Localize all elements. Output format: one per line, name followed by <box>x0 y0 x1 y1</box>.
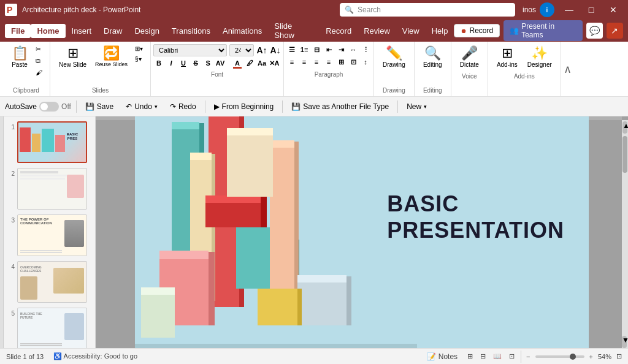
zoom-thumb[interactable] <box>570 354 576 360</box>
bold-button[interactable]: B <box>153 58 164 69</box>
col-button[interactable]: ⊟ <box>311 44 322 55</box>
scrollbar-up-button[interactable]: ▲ <box>622 121 627 134</box>
line-spacing-button[interactable]: ↕ <box>360 56 371 67</box>
architecture-illustration <box>135 116 417 348</box>
slide-view-reading-button[interactable]: 📖 <box>492 351 503 362</box>
dictate-button[interactable]: 🎤 Dictate <box>456 44 483 70</box>
svg-rect-9 <box>190 153 212 160</box>
new-button[interactable]: New ▾ <box>403 100 431 113</box>
new-slide-button[interactable]: ⊞ New Slide <box>55 44 90 70</box>
align-center-button[interactable]: ≡ <box>299 56 310 67</box>
convert-smartart-button[interactable]: ⋮ <box>360 44 371 55</box>
format-painter-button[interactable]: 🖌 <box>33 67 45 77</box>
slide-thumb-5[interactable]: 5 BUILDING THEFUTURE <box>6 308 93 348</box>
slide-view-presenter-button[interactable]: ⊡ <box>508 351 516 362</box>
notes-button[interactable]: 📝 Notes <box>423 351 461 363</box>
decrease-font-button[interactable]: A↓ <box>270 45 281 56</box>
increase-font-button[interactable]: A↑ <box>256 45 267 56</box>
reuse-slides-button[interactable]: 🔁 Reuse Slides <box>91 44 131 70</box>
char-spacing-button[interactable]: AV <box>215 58 226 69</box>
vertical-scrollbar[interactable]: ▲ ▼ <box>622 120 628 348</box>
justify-button[interactable]: ≡ <box>323 56 334 67</box>
menu-record[interactable]: Record <box>320 24 358 38</box>
main-slide-canvas[interactable]: BASIC PRESENTATION <box>135 116 589 348</box>
align-text-button[interactable]: ⊡ <box>348 56 359 67</box>
copy-icon: ⧉ <box>36 57 40 65</box>
svg-rect-33 <box>135 344 417 348</box>
cut-button[interactable]: ✂ <box>33 44 45 55</box>
menu-slideshow[interactable]: Slide Show <box>268 19 320 42</box>
menu-design[interactable]: Design <box>128 24 165 38</box>
text-direction-button[interactable]: ↔ <box>348 44 359 55</box>
drawing-button[interactable]: ✏️ Drawing <box>379 44 409 70</box>
zoom-in-icon[interactable]: + <box>589 353 593 360</box>
slide-thumb-2[interactable]: 2 <box>6 168 93 210</box>
comment-button[interactable]: 💬 <box>586 23 603 39</box>
strikethrough-button[interactable]: S <box>190 58 201 69</box>
paste-button[interactable]: 📋 Paste <box>7 44 32 70</box>
search-icon: 🔍 <box>345 6 354 14</box>
menu-insert[interactable]: Insert <box>66 24 98 38</box>
redo-button[interactable]: ↷ Redo <box>166 100 200 113</box>
slide-view-grid-button[interactable]: ⊟ <box>479 351 487 362</box>
scrollbar-down-button[interactable]: ▼ <box>622 336 627 348</box>
menu-animations[interactable]: Animations <box>216 24 268 38</box>
scrollbar-thumb[interactable] <box>622 136 627 173</box>
slide-thumb-1[interactable]: 1 BASIC PRES <box>6 121 93 163</box>
editing-button[interactable]: 🔍 Editing <box>419 44 446 70</box>
search-box[interactable]: 🔍 Search <box>340 3 515 17</box>
save-as-button[interactable]: 💾 Save as Another File Type <box>288 100 392 113</box>
italic-button[interactable]: I <box>166 58 177 69</box>
record-button[interactable]: ⏺ Record <box>454 24 500 37</box>
user-avatar[interactable]: i <box>540 2 554 17</box>
save-button[interactable]: 💾 Save <box>82 100 117 113</box>
font-size-select[interactable]: 24 <box>229 44 254 56</box>
close-button[interactable]: ✕ <box>603 4 623 16</box>
autosave-control: AutoSave Off <box>5 102 71 112</box>
slide-thumb-4[interactable]: 4 OVERCOMINGCHALLENGES <box>6 261 93 303</box>
col-spacing-button[interactable]: ⊞ <box>335 56 347 67</box>
menu-draw[interactable]: Draw <box>98 24 128 38</box>
font-name-select[interactable]: Calibri <box>153 44 227 56</box>
autosave-toggle[interactable] <box>39 102 59 112</box>
minimize-button[interactable]: — <box>559 4 579 16</box>
slide-thumb-3[interactable]: 3 THE POWER OFCOMMUNICATION <box>6 214 93 256</box>
fit-slide-button[interactable]: ⊡ <box>616 352 622 360</box>
ribbon-collapse-button[interactable]: ∧ <box>561 61 574 77</box>
menu-help[interactable]: Help <box>426 24 454 38</box>
numbering-button[interactable]: 1≡ <box>299 44 310 55</box>
slide-layout-button[interactable]: ⊞▾ <box>132 44 145 53</box>
highlight-color-button[interactable]: 🖊 <box>244 58 255 69</box>
clear-format-button[interactable]: ✕A <box>269 58 280 69</box>
font-case-button[interactable]: Aa <box>256 58 267 69</box>
maximize-button[interactable]: □ <box>581 4 601 16</box>
font-color-button[interactable]: A <box>232 58 243 69</box>
indent-increase-button[interactable]: ⇥ <box>335 44 347 55</box>
menu-review[interactable]: Review <box>358 24 396 38</box>
slide-section-button[interactable]: §▾ <box>132 55 145 64</box>
slide-view-normal-button[interactable]: ⊞ <box>466 351 474 362</box>
share-button[interactable]: ↗ <box>607 23 623 39</box>
underline-button[interactable]: U <box>178 58 189 69</box>
menu-transitions[interactable]: Transitions <box>166 24 216 38</box>
align-right-button[interactable]: ≡ <box>311 56 322 67</box>
undo-button[interactable]: ↶ Undo ▾ <box>122 100 161 113</box>
zoom-slider[interactable] <box>535 355 584 358</box>
menu-home[interactable]: Home <box>31 24 65 38</box>
present-teams-button[interactable]: 👥 Present in Teams <box>504 20 582 41</box>
indent-decrease-button[interactable]: ⇤ <box>323 44 334 55</box>
new-slide-icon: ⊞ <box>67 47 78 60</box>
copy-button[interactable]: ⧉ <box>33 56 45 66</box>
addins-button[interactable]: ⊞ Add-ins <box>493 44 521 70</box>
zoom-out-icon[interactable]: − <box>526 353 530 360</box>
align-left-button[interactable]: ≡ <box>286 56 297 67</box>
menu-file[interactable]: File <box>5 24 31 38</box>
format-painter-icon: 🖌 <box>36 69 42 76</box>
bullets-button[interactable]: ☰ <box>286 44 297 55</box>
menu-view[interactable]: View <box>396 24 426 38</box>
from-beginning-button[interactable]: ▶ From Beginning <box>210 100 278 113</box>
addins-group: ⊞ Add-ins ✨ Designer Add-ins <box>488 42 561 96</box>
slide-panel[interactable]: 1 BASIC PRES 2 <box>4 116 96 348</box>
shadow-button[interactable]: S <box>202 58 213 69</box>
designer-button[interactable]: ✨ Designer <box>524 44 556 70</box>
